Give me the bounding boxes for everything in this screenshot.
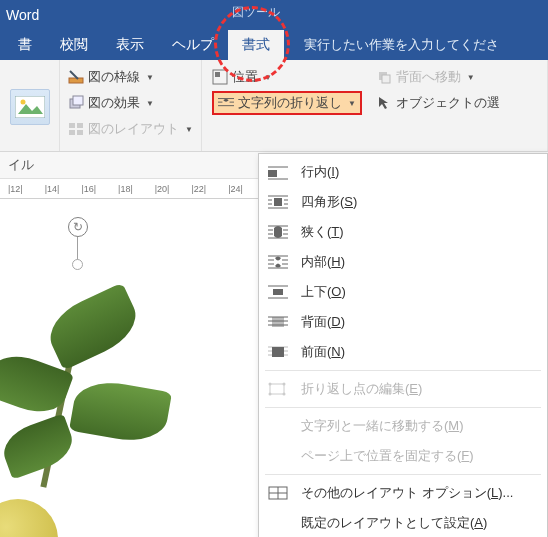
svg-rect-52	[272, 347, 284, 357]
picture-style-thumb	[10, 89, 50, 125]
wrap-top-bottom[interactable]: 上下(O)	[259, 277, 547, 307]
menu-separator	[265, 370, 541, 371]
picture-layout-button[interactable]: 図のレイアウト▼	[68, 116, 193, 142]
svg-rect-9	[77, 123, 83, 128]
menu-bar: 書 校閲 表示 ヘルプ 書式 実行したい作業を入力してくださ	[0, 30, 548, 60]
layout-icon	[68, 121, 84, 137]
resize-handle-top[interactable]	[72, 259, 83, 270]
svg-rect-19	[382, 75, 390, 83]
move-with-text: 文字列と一緒に移動する(M)	[259, 411, 547, 441]
wrap-behind[interactable]: 背面(D)	[259, 307, 547, 337]
wrap-behind-icon	[267, 313, 289, 331]
chevron-down-icon: ▼	[467, 73, 475, 82]
picture-styles-gallery[interactable]	[0, 60, 60, 151]
picture-border-button[interactable]: 図の枠線▼	[68, 64, 193, 90]
selection-icon	[376, 95, 392, 111]
chevron-down-icon: ▼	[146, 73, 154, 82]
wrap-front-icon	[267, 343, 289, 361]
wrap-square-icon	[267, 193, 289, 211]
wrap-through[interactable]: 内部(H)	[259, 247, 547, 277]
chevron-down-icon: ▼	[185, 125, 193, 134]
svg-rect-29	[274, 198, 282, 206]
app-title: Word	[0, 7, 39, 23]
tab-help[interactable]: ヘルプ	[158, 30, 228, 60]
chevron-down-icon: ▼	[348, 99, 356, 108]
svg-rect-43	[273, 289, 283, 295]
pen-border-icon	[68, 69, 84, 85]
wrap-text-button[interactable]: 文字列の折り返し▼	[212, 90, 362, 116]
svg-rect-11	[77, 130, 83, 135]
tell-me-input[interactable]: 実行したい作業を入力してくださ	[304, 36, 499, 54]
edit-wrap-points: 折り返し点の編集(E)	[259, 374, 547, 404]
svg-rect-8	[69, 123, 75, 128]
picture-tools-tab-label: 図ツール	[232, 4, 280, 21]
rotate-connector	[77, 237, 78, 261]
svg-rect-10	[69, 130, 75, 135]
svg-rect-13	[215, 72, 220, 77]
tab-view[interactable]: 表示	[102, 30, 158, 60]
chevron-down-icon: ▼	[264, 73, 272, 82]
send-backward-button[interactable]: 背面へ移動▼	[376, 64, 500, 90]
wrap-tight[interactable]: 狭く(T)	[259, 217, 547, 247]
wrap-square[interactable]: 四角形(S)	[259, 187, 547, 217]
wrap-through-icon	[267, 253, 289, 271]
svg-point-57	[283, 393, 286, 396]
ribbon: 図の枠線▼ 図の効果▼ 図のレイアウト▼ 位置▼ 文字列の折り返し▼	[0, 60, 548, 152]
selection-pane-button[interactable]: オブジェクトの選	[376, 90, 500, 116]
wrap-tight-icon	[267, 223, 289, 241]
position-icon	[212, 69, 228, 85]
wrap-text-menu: 行内(I) 四角形(S) 狭く(T) 内部(H) 上下(O) 背面(D) 前面(…	[258, 153, 548, 537]
more-layout-icon	[267, 484, 289, 502]
wrap-front[interactable]: 前面(N)	[259, 337, 547, 367]
send-backward-icon	[376, 69, 392, 85]
svg-rect-53	[270, 384, 284, 394]
chevron-down-icon: ▼	[146, 99, 154, 108]
wrap-inline[interactable]: 行内(I)	[259, 157, 547, 187]
wrap-topbottom-icon	[267, 283, 289, 301]
svg-point-54	[269, 383, 272, 386]
wrap-inline-icon	[267, 163, 289, 181]
tab-references-partial[interactable]: 書	[4, 30, 46, 60]
position-button[interactable]: 位置▼	[212, 64, 362, 90]
set-default-layout[interactable]: 既定のレイアウトとして設定(A)	[259, 508, 547, 537]
svg-rect-7	[73, 96, 83, 105]
menu-separator	[265, 474, 541, 475]
svg-rect-5	[69, 78, 83, 83]
more-layout-options[interactable]: その他のレイアウト オプション(L)...	[259, 478, 547, 508]
effects-icon	[68, 95, 84, 111]
svg-point-56	[269, 393, 272, 396]
svg-point-55	[283, 383, 286, 386]
tab-review[interactable]: 校閲	[46, 30, 102, 60]
inserted-picture[interactable]	[0, 289, 178, 537]
svg-point-4	[20, 99, 25, 104]
wrap-icon	[218, 95, 234, 111]
arrange-group: 位置▼ 文字列の折り返し▼ 背面へ移動▼ オブジェクトの選	[202, 60, 548, 151]
edit-points-icon	[267, 380, 289, 398]
svg-rect-2	[15, 96, 45, 118]
menu-separator	[265, 407, 541, 408]
rotate-handle[interactable]	[68, 217, 88, 237]
tab-format[interactable]: 書式	[228, 30, 284, 60]
fix-position-on-page: ページ上で位置を固定する(F)	[259, 441, 547, 471]
svg-rect-21	[268, 170, 277, 177]
title-bar: Word 図ツール	[0, 0, 548, 30]
picture-styles-group: 図の枠線▼ 図の効果▼ 図のレイアウト▼	[60, 60, 202, 151]
picture-effects-button[interactable]: 図の効果▼	[68, 90, 193, 116]
